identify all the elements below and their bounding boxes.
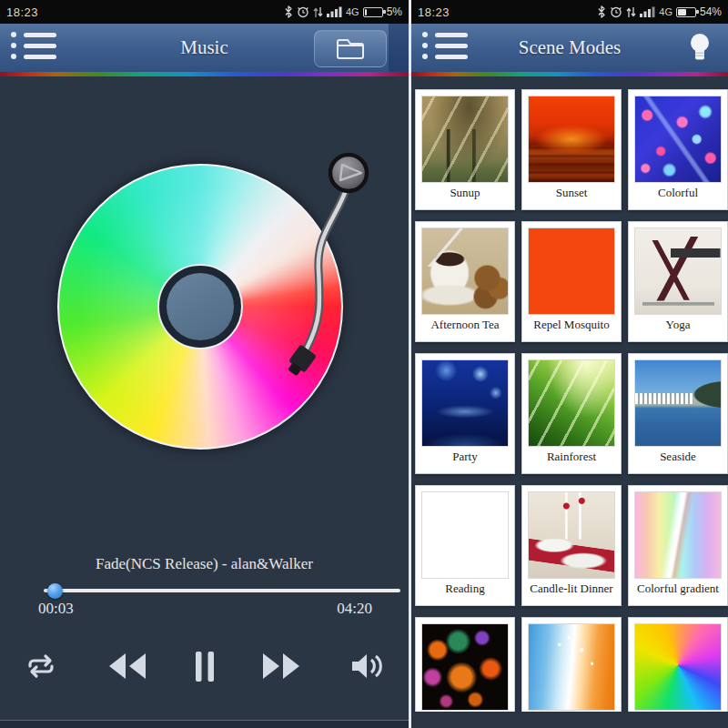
- volume-button[interactable]: [350, 652, 385, 681]
- battery-percent: 5%: [387, 5, 402, 18]
- scene-grid: Sunup Sunset Colorful Afternoon Tea Repe…: [411, 76, 728, 728]
- scene-card-sunup[interactable]: Sunup: [415, 89, 515, 210]
- screens-divider: [409, 0, 411, 728]
- scene-label: Reading: [421, 581, 509, 596]
- scene-card-colorful[interactable]: Colorful: [628, 89, 728, 210]
- folder-button[interactable]: [314, 30, 387, 67]
- tonearm-pivot-button: [330, 155, 367, 191]
- screenshot-root: 18:23 4G 5% Music: [0, 0, 728, 728]
- progress-track[interactable]: [44, 589, 400, 592]
- header-edge-stripe: [389, 24, 409, 72]
- scene-card-colorful-gradient[interactable]: Colorful gradient: [628, 485, 728, 606]
- scene-label: Afternoon Tea: [421, 318, 509, 332]
- bluetooth-icon: [284, 5, 293, 18]
- scene-image-reading: [421, 491, 509, 579]
- scene-label: Repel Mosquito: [528, 318, 615, 332]
- scene-label: Party: [421, 450, 509, 464]
- data-arrows-icon: [626, 6, 636, 18]
- scene-image-rainbow-rays: [528, 623, 615, 711]
- rewind-button[interactable]: [106, 652, 147, 680]
- statusbar-right: 18:23 4G 54%: [411, 0, 728, 24]
- scene-modes-screen: 18:23 4G 54% Scene Modes: [411, 0, 728, 728]
- scene-label: Sunset: [528, 186, 615, 200]
- elapsed-time: 00:03: [38, 600, 74, 618]
- scene-card-rainforest[interactable]: Rainforest: [521, 353, 622, 474]
- bottom-strip: [0, 720, 409, 728]
- bulb-button[interactable]: [686, 32, 713, 65]
- menu-button[interactable]: [11, 32, 56, 59]
- scene-image-seaside: [634, 359, 722, 447]
- header-music: Music: [0, 24, 409, 72]
- progress-slider[interactable]: [44, 582, 400, 599]
- disc-hub: [157, 264, 243, 349]
- scene-image-colorful: [634, 96, 722, 183]
- scene-label: Sunup: [421, 186, 509, 200]
- scene-image-rainbow-spectrum: [634, 623, 722, 711]
- bluetooth-icon: [597, 5, 606, 18]
- scene-image-yoga: [634, 228, 722, 315]
- scene-image-sunset: [528, 96, 615, 183]
- clock-time: 18:23: [6, 5, 38, 19]
- volume-icon: [350, 652, 385, 681]
- scene-card-yoga[interactable]: Yoga: [628, 221, 728, 342]
- scene-image-sunup: [421, 96, 509, 183]
- scene-label: Candle-lit Dinner: [528, 581, 615, 596]
- signal-icon: [327, 6, 342, 17]
- repeat-button[interactable]: [24, 653, 58, 679]
- data-arrows-icon: [313, 6, 323, 18]
- scene-label: Seaside: [634, 450, 722, 464]
- statusbar-left: 18:23 4G 5%: [0, 0, 409, 24]
- scene-label: Yoga: [634, 318, 722, 332]
- header-scene-modes: Scene Modes: [411, 24, 728, 72]
- signal-icon: [640, 6, 655, 17]
- list-menu-icon: [11, 32, 16, 37]
- lightbulb-icon: [688, 33, 712, 65]
- scene-image-candlelit-dinner: [528, 491, 615, 579]
- network-type-label: 4G: [659, 6, 672, 17]
- scene-card-party[interactable]: Party: [415, 353, 515, 474]
- scene-label: Colorful: [634, 186, 722, 200]
- total-time: 04:20: [337, 600, 372, 618]
- rainbow-strip: [0, 72, 409, 76]
- progress-thumb[interactable]: [47, 583, 63, 599]
- scene-card-candlelit-dinner[interactable]: Candle-lit Dinner: [521, 485, 622, 606]
- scene-image-repel-mosquito: [528, 228, 615, 315]
- bottom-crop-strip: [411, 712, 728, 728]
- scene-card-repel-mosquito[interactable]: Repel Mosquito: [521, 221, 622, 342]
- battery-icon: [676, 7, 696, 17]
- scene-image-colorful-gradient: [634, 491, 722, 579]
- statusbar-icons: 4G 54%: [597, 5, 722, 18]
- alarm-icon: [297, 5, 309, 18]
- scene-card-sunset[interactable]: Sunset: [521, 89, 622, 210]
- scene-card-reading[interactable]: Reading: [415, 485, 515, 606]
- pause-icon: [195, 652, 215, 682]
- alarm-icon: [610, 5, 622, 18]
- scene-card-afternoon-tea[interactable]: Afternoon Tea: [415, 221, 515, 342]
- time-row: 00:03 04:20: [0, 600, 409, 618]
- fast-forward-icon: [261, 652, 303, 680]
- scene-image-party: [421, 359, 509, 447]
- scene-card-seaside[interactable]: Seaside: [628, 353, 728, 474]
- rewind-icon: [106, 652, 147, 680]
- clock-time: 18:23: [418, 5, 450, 19]
- scene-image-afternoon-tea: [421, 228, 509, 315]
- scene-image-rainforest: [528, 359, 615, 447]
- scene-label: Rainforest: [528, 450, 615, 464]
- track-title: Fade(NCS Release) - alan&Walker: [0, 555, 409, 573]
- network-type-label: 4G: [346, 6, 359, 17]
- list-menu-icon: [422, 32, 428, 37]
- fast-forward-button[interactable]: [261, 652, 303, 680]
- music-screen: 18:23 4G 5% Music: [0, 0, 409, 728]
- folder-icon: [336, 37, 365, 61]
- repeat-icon: [24, 653, 58, 679]
- menu-button[interactable]: [422, 32, 468, 59]
- scene-label: Colorful gradient: [634, 581, 722, 596]
- pause-button[interactable]: [195, 652, 215, 682]
- playback-controls: [0, 644, 409, 688]
- statusbar-icons: 4G 5%: [284, 5, 402, 18]
- battery-percent: 54%: [700, 5, 722, 18]
- scene-image-bokeh: [421, 623, 509, 711]
- battery-icon: [363, 7, 383, 17]
